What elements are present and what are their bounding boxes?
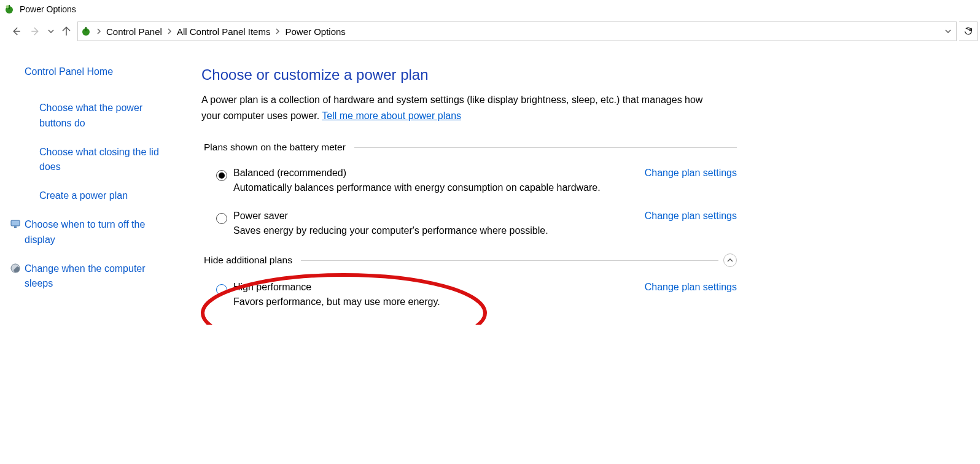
sidebar: Control Panel Home Choose what the power… — [0, 66, 184, 325]
radio-power-saver[interactable] — [216, 213, 227, 224]
sleep-settings-icon — [10, 263, 21, 274]
refresh-button[interactable] — [959, 21, 978, 41]
svg-rect-6 — [14, 226, 17, 228]
navigation-bar: Control Panel All Control Panel Items Po… — [0, 18, 980, 44]
group-battery-meter: Plans shown on the battery meter — [201, 142, 737, 153]
radio-balanced[interactable] — [216, 170, 227, 181]
address-bar[interactable]: Control Panel All Control Panel Items Po… — [77, 21, 957, 41]
breadcrumb-item[interactable]: All Control Panel Items — [174, 22, 273, 41]
collapse-icon[interactable] — [723, 253, 737, 267]
nav-up-button[interactable] — [58, 23, 75, 40]
main-content: Choose or customize a power plan A power… — [184, 66, 737, 325]
control-panel-home-link[interactable]: Control Panel Home — [25, 66, 169, 77]
svg-rect-4 — [85, 27, 87, 31]
radio-high-performance[interactable] — [216, 284, 227, 295]
plan-power-saver: Power saver Change plan settings Saves e… — [201, 211, 737, 236]
plan-name[interactable]: Power saver — [233, 211, 288, 222]
plan-high-performance: High performance Change plan settings Fa… — [201, 282, 737, 307]
page-description: A power plan is a collection of hardware… — [201, 92, 723, 123]
plan-description: Saves energy by reducing your computer's… — [233, 225, 663, 236]
nav-back-button[interactable] — [7, 23, 25, 40]
plan-name[interactable]: High performance — [233, 282, 311, 293]
power-options-icon — [4, 4, 15, 15]
breadcrumb-item[interactable]: Control Panel — [104, 22, 165, 41]
change-plan-settings-link[interactable]: Change plan settings — [645, 168, 737, 179]
sidebar-link-create-plan[interactable]: Create a power plan — [39, 188, 128, 204]
plan-name[interactable]: Balanced (recommended) — [233, 168, 346, 179]
breadcrumb-separator[interactable] — [165, 22, 174, 41]
nav-forward-button[interactable] — [27, 23, 44, 40]
change-plan-settings-link[interactable]: Change plan settings — [645, 282, 737, 293]
group-additional-plans[interactable]: Hide additional plans — [201, 253, 737, 267]
breadcrumb-separator[interactable] — [94, 22, 104, 41]
sidebar-link-display-off[interactable]: Choose when to turn off the display — [25, 217, 169, 248]
sidebar-link-lid[interactable]: Choose what closing the lid does — [39, 145, 169, 176]
nav-history-dropdown[interactable] — [47, 23, 55, 40]
control-panel-icon — [80, 26, 91, 37]
svg-rect-5 — [11, 220, 20, 226]
sidebar-link-power-buttons[interactable]: Choose what the power buttons do — [39, 101, 169, 131]
learn-more-link[interactable]: Tell me more about power plans — [322, 110, 461, 121]
window-titlebar: Power Options — [0, 0, 980, 18]
window-title: Power Options — [20, 4, 76, 14]
svg-point-2 — [6, 6, 9, 9]
plan-balanced: Balanced (recommended) Change plan setti… — [201, 168, 737, 193]
address-history-dropdown[interactable] — [940, 22, 955, 41]
page-heading: Choose or customize a power plan — [201, 66, 737, 83]
plan-description: Automatically balances performance with … — [233, 182, 663, 193]
breadcrumb-item[interactable]: Power Options — [282, 22, 348, 41]
breadcrumb-separator[interactable] — [273, 22, 282, 41]
display-settings-icon — [10, 218, 21, 230]
change-plan-settings-link[interactable]: Change plan settings — [645, 211, 737, 222]
plan-description: Favors performance, but may use more ene… — [233, 296, 663, 307]
sidebar-link-sleep[interactable]: Change when the computer sleeps — [25, 261, 169, 292]
